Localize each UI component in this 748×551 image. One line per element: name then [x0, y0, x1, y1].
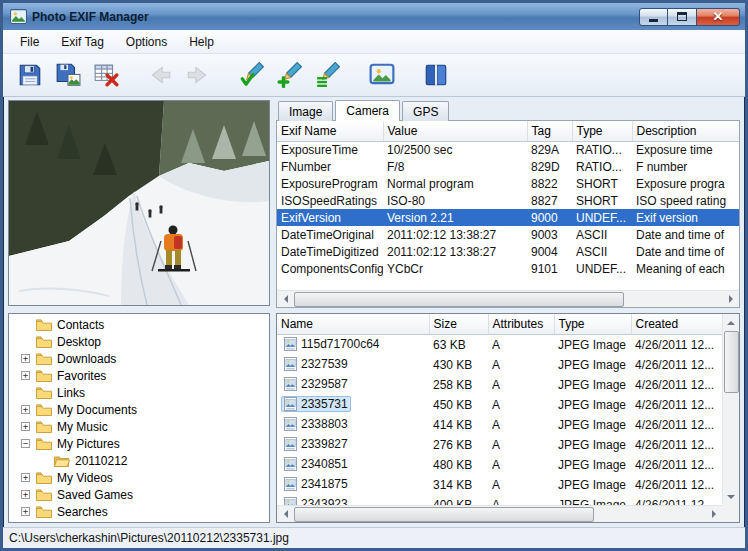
- file-row[interactable]: 115d71700c6463 KBAJPEG Image4/26/2011 12…: [277, 334, 722, 355]
- help-book-button[interactable]: [417, 57, 455, 93]
- back-button[interactable]: [141, 57, 179, 93]
- tab-camera[interactable]: Camera: [335, 100, 400, 121]
- tree-expander-minus-icon[interactable]: −: [21, 439, 30, 448]
- cell-name: 2338803: [277, 415, 429, 435]
- file-horizontal-scrollbar[interactable]: [277, 505, 722, 522]
- tag-list-button[interactable]: [309, 57, 347, 93]
- minimize-button[interactable]: [639, 8, 668, 26]
- menu-item-help[interactable]: Help: [178, 31, 225, 53]
- close-button[interactable]: ✕: [697, 8, 740, 26]
- delete-exif-button[interactable]: [87, 57, 125, 93]
- folder-icon: [36, 352, 52, 365]
- exif-row[interactable]: ExposureProgramNormal program8822SHORTEx…: [277, 175, 739, 192]
- tab-image[interactable]: Image: [278, 101, 333, 121]
- menu-item-options[interactable]: Options: [115, 31, 178, 53]
- cell-tag: 9003: [527, 226, 572, 243]
- cell-type: UNDEF...: [572, 260, 632, 277]
- file-name-cell: 2327539: [281, 356, 351, 372]
- maximize-icon: [677, 12, 687, 21]
- maximize-button[interactable]: [668, 8, 697, 26]
- column-header-tag[interactable]: Tag: [527, 121, 572, 141]
- tree-expander-plus-icon[interactable]: +: [21, 473, 30, 482]
- cell-value: Version 2.21: [383, 209, 527, 226]
- menu-item-exif-tag[interactable]: Exif Tag: [50, 31, 114, 53]
- file-name: 2338803: [301, 417, 348, 431]
- file-row[interactable]: 2338803414 KBAJPEG Image4/26/2011 12...: [277, 415, 722, 435]
- file-name-cell: 2338803: [281, 416, 351, 432]
- scroll-right-button[interactable]: [722, 291, 739, 308]
- top-row: ImageCameraGPS Exif NameValueTagTypeDesc…: [8, 100, 740, 308]
- tree-expander-plus-icon[interactable]: +: [21, 490, 30, 499]
- menu-item-file[interactable]: File: [9, 31, 50, 53]
- exif-row[interactable]: FNumberF/8829DRATIO...F number: [277, 158, 739, 175]
- exif-row[interactable]: DateTimeDigitized2011:02:12 13:38:279004…: [277, 243, 739, 260]
- scroll-right-button[interactable]: [705, 506, 722, 523]
- column-header-type[interactable]: Type: [572, 121, 632, 141]
- tree-item-searches[interactable]: +Searches: [9, 503, 269, 520]
- column-header-attributes[interactable]: Attributes: [488, 314, 554, 334]
- tree-item-label: Downloads: [57, 352, 116, 366]
- column-header-created[interactable]: Created: [631, 314, 722, 334]
- tab-gps[interactable]: GPS: [402, 101, 449, 121]
- scroll-left-button[interactable]: [277, 506, 294, 523]
- tree-expander-plus-icon[interactable]: +: [21, 354, 30, 363]
- file-vertical-scrollbar[interactable]: [722, 314, 739, 505]
- column-header-type[interactable]: Type: [554, 314, 631, 334]
- cell-type: JPEG Image: [554, 355, 631, 375]
- tree-expander-plus-icon[interactable]: +: [21, 371, 30, 380]
- file-row[interactable]: 2329587258 KBAJPEG Image4/26/2011 12...: [277, 375, 722, 395]
- tree-item-20110212[interactable]: 20110212: [9, 452, 269, 469]
- titlebar: Photo EXIF Manager ✕: [3, 3, 745, 30]
- column-header-description[interactable]: Description: [632, 121, 739, 141]
- tree-item-contacts[interactable]: Contacts: [9, 316, 269, 333]
- tree-item-my-documents[interactable]: +My Documents: [9, 401, 269, 418]
- column-header-size[interactable]: Size: [429, 314, 488, 334]
- file-name: 2340851: [301, 457, 348, 471]
- tree-item-saved-games[interactable]: +Saved Games: [9, 486, 269, 503]
- column-header-name[interactable]: Name: [277, 314, 429, 334]
- tree-item-my-music[interactable]: +My Music: [9, 418, 269, 435]
- arrow-left-icon: [280, 295, 288, 303]
- tree-item-downloads[interactable]: +Downloads: [9, 350, 269, 367]
- scroll-left-button[interactable]: [277, 291, 294, 308]
- cell-value: 2011:02:12 13:38:27: [383, 226, 527, 243]
- scrollbar-thumb[interactable]: [294, 292, 624, 307]
- save-button[interactable]: [11, 57, 49, 93]
- tree-expander-plus-icon[interactable]: +: [21, 422, 30, 431]
- cell-type: JPEG Image: [554, 334, 631, 355]
- exif-row[interactable]: DateTimeOriginal2011:02:12 13:38:279003A…: [277, 226, 739, 243]
- floppy-icon: [17, 62, 43, 88]
- column-header-exif-name[interactable]: Exif Name: [277, 121, 383, 141]
- scroll-up-button[interactable]: [723, 314, 740, 331]
- tree-item-favorites[interactable]: +Favorites: [9, 367, 269, 384]
- status-path: C:\Users\cherkashin\Pictures\20110212\23…: [9, 531, 289, 545]
- exif-row[interactable]: ExifVersionVersion 2.219000UNDEF...Exif …: [277, 209, 739, 226]
- tree-item-my-pictures[interactable]: −My Pictures: [9, 435, 269, 452]
- exif-row[interactable]: ISOSpeedRatingsISO-808827SHORTISO speed …: [277, 192, 739, 209]
- tree-expander-plus-icon[interactable]: +: [21, 405, 30, 414]
- file-row[interactable]: 2341875314 KBAJPEG Image4/26/2011 12...: [277, 475, 722, 495]
- scrollbar-thumb[interactable]: [294, 507, 594, 522]
- tree-item-desktop[interactable]: Desktop: [9, 333, 269, 350]
- cell-type: ASCII: [572, 243, 632, 260]
- forward-button[interactable]: [179, 57, 217, 93]
- exif-row[interactable]: ExposureTime10/2500 sec829ARATIO...Expos…: [277, 141, 739, 158]
- exif-horizontal-scrollbar[interactable]: [277, 290, 739, 307]
- exif-row[interactable]: ComponentsConfig...YCbCr9101UNDEF...Mean…: [277, 260, 739, 277]
- minimize-icon: [649, 19, 658, 22]
- save-image-button[interactable]: [49, 57, 87, 93]
- file-row[interactable]: 2335731450 KBAJPEG Image4/26/2011 12...: [277, 395, 722, 415]
- file-row[interactable]: 2327539430 KBAJPEG Image4/26/2011 12...: [277, 355, 722, 375]
- file-row[interactable]: 2339827276 KBAJPEG Image4/26/2011 12...: [277, 435, 722, 455]
- scroll-down-button[interactable]: [723, 488, 740, 505]
- image-viewer-button[interactable]: [363, 57, 401, 93]
- cell-tag: 829A: [527, 141, 572, 158]
- tree-item-my-videos[interactable]: +My Videos: [9, 469, 269, 486]
- tree-item-links[interactable]: Links: [9, 384, 269, 401]
- file-row[interactable]: 2340851480 KBAJPEG Image4/26/2011 12...: [277, 455, 722, 475]
- edit-tag-check-button[interactable]: [233, 57, 271, 93]
- tree-expander-plus-icon[interactable]: +: [21, 507, 30, 516]
- scrollbar-thumb[interactable]: [724, 331, 739, 393]
- column-header-value[interactable]: Value: [383, 121, 527, 141]
- add-tag-button[interactable]: [271, 57, 309, 93]
